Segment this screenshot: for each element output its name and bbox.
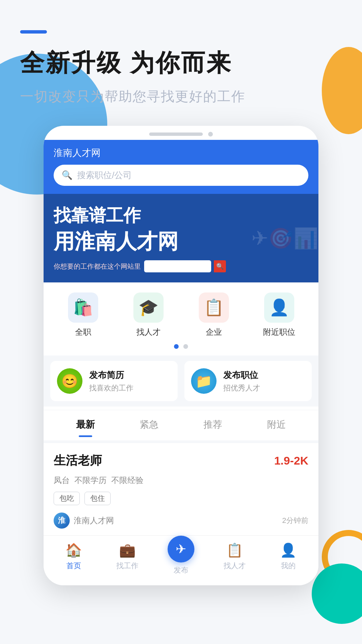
category-icon-zhaorencai: 🎓 — [133, 292, 164, 323]
job-card[interactable]: 生活老师 1.9-2K 凤台 不限学历 不限经验 包吃 包住 淮 淮南人才网 2… — [44, 440, 318, 535]
header-title: 全新升级 为你而来 — [20, 47, 342, 79]
job-tabs: 最新 紧急 推荐 附近 — [44, 410, 318, 437]
header-dash — [20, 30, 47, 34]
banner-line2: 用淮南人才网 — [54, 227, 178, 256]
job-title: 生活老师 — [54, 452, 102, 469]
banner-label: 你想要的工作都在这个网站里 — [54, 262, 141, 271]
job-post-time: 2分钟前 — [282, 516, 308, 526]
job-texts: 发布职位 招优秀人才 — [223, 369, 260, 393]
category-label-zhaorencai: 找人才 — [136, 327, 161, 337]
banner-decoration: ✈🎯📊 — [251, 194, 318, 282]
header-subtitle: 一切改变只为帮助您寻找更好的工作 — [20, 87, 342, 106]
dot-2[interactable] — [183, 344, 188, 349]
banner-search-icon[interactable]: 🔍 — [214, 260, 226, 272]
job-footer: 淮 淮南人才网 2分钟前 — [54, 513, 308, 529]
job-icon: 📁 — [191, 368, 217, 394]
job-tag-location: 凤台 — [54, 475, 70, 486]
nav-item-profile[interactable]: 👤 我的 — [268, 542, 308, 575]
search-placeholder: 搜索职位/公司 — [77, 169, 132, 181]
resume-texts: 发布简历 找喜欢的工作 — [89, 369, 133, 393]
phone-notch — [44, 126, 318, 140]
job-salary: 1.9-2K — [274, 454, 308, 467]
job-badge-eat: 包吃 — [54, 492, 80, 505]
tab-fujin[interactable]: 附近 — [245, 410, 308, 437]
publish-icon: ✈ — [168, 536, 194, 562]
action-card-resume[interactable]: 😊 发布简历 找喜欢的工作 — [50, 361, 178, 401]
tab-jinji[interactable]: 紧急 — [117, 410, 181, 437]
nav-label-publish: 发布 — [174, 565, 188, 575]
nav-item-talent[interactable]: 📋 找人才 — [215, 542, 255, 575]
action-card-job[interactable]: 📁 发布职位 招优秀人才 — [184, 361, 312, 401]
category-icon-quanzhi: 🛍️ — [68, 292, 98, 323]
home-icon: 🏠 — [65, 542, 82, 558]
dot-1[interactable] — [174, 344, 179, 349]
notch-dot — [208, 132, 213, 137]
job-card-top: 生活老师 1.9-2K — [54, 452, 308, 469]
profile-icon: 👤 — [280, 542, 297, 558]
carousel-dots — [44, 341, 318, 356]
bottom-navigation: 🏠 首页 💼 找工作 ✈ 发布 📋 找人才 👤 我的 — [44, 535, 318, 585]
banner-search-box[interactable] — [144, 260, 211, 272]
job-post-title: 发布职位 — [223, 369, 260, 381]
resume-title: 发布简历 — [89, 369, 133, 381]
category-item-qiye[interactable]: 📋 企业 — [190, 292, 237, 337]
job-badge-live: 包住 — [84, 492, 111, 505]
category-icon-qiye: 📋 — [199, 292, 229, 323]
banner-search-row: 你想要的工作都在这个网站里 🔍 — [54, 260, 226, 272]
job-company-row: 淮 淮南人才网 — [54, 513, 114, 529]
job-tags: 凤台 不限学历 不限经验 — [54, 475, 308, 486]
tab-underline — [79, 435, 92, 437]
search-bar[interactable]: 🔍 搜索职位/公司 — [54, 165, 308, 186]
tab-tuijian[interactable]: 推荐 — [181, 410, 245, 437]
company-name: 淮南人才网 — [74, 515, 114, 526]
category-item-zhaorencai[interactable]: 🎓 找人才 — [125, 292, 172, 337]
category-icon-fujin: 👤 — [264, 292, 294, 323]
job-post-subtitle: 招优秀人才 — [223, 383, 260, 393]
job-badges: 包吃 包住 — [54, 492, 308, 505]
nav-item-publish[interactable]: ✈ 发布 — [161, 542, 201, 575]
category-grid: 🛍️ 全职 🎓 找人才 📋 企业 👤 附近职位 — [44, 282, 318, 341]
bg-decoration-teal-circle — [312, 564, 362, 624]
notch-bar — [149, 132, 203, 136]
app-banner: 找靠谱工作 用淮南人才网 你想要的工作都在这个网站里 🔍 ✈🎯📊 — [44, 194, 318, 282]
job-tag-experience: 不限经验 — [111, 475, 143, 486]
company-logo: 淮 — [54, 513, 70, 529]
job-tag-education: 不限学历 — [74, 475, 107, 486]
header-section: 全新升级 为你而来 一切改变只为帮助您寻找更好的工作 — [0, 0, 362, 106]
app-topbar: 淮南人才网 🔍 搜索职位/公司 — [44, 140, 318, 194]
category-label-qiye: 企业 — [206, 327, 222, 337]
nav-item-home[interactable]: 🏠 首页 — [54, 542, 94, 575]
nav-label-profile: 我的 — [281, 561, 296, 571]
talent-icon: 📋 — [226, 542, 243, 558]
resume-icon: 😊 — [57, 368, 82, 394]
tab-zuixin[interactable]: 最新 — [54, 410, 117, 437]
jobs-icon: 💼 — [119, 542, 136, 558]
app-topbar-title: 淮南人才网 — [54, 147, 308, 159]
phone-mockup: 淮南人才网 🔍 搜索职位/公司 找靠谱工作 用淮南人才网 你想要的工作都在这个网… — [44, 126, 318, 585]
category-item-fujin[interactable]: 👤 附近职位 — [256, 292, 303, 337]
resume-subtitle: 找喜欢的工作 — [89, 383, 133, 393]
nav-label-home: 首页 — [66, 561, 81, 571]
nav-item-jobs[interactable]: 💼 找工作 — [107, 542, 147, 575]
category-label-fujin: 附近职位 — [263, 327, 295, 337]
search-icon: 🔍 — [62, 170, 72, 180]
category-label-quanzhi: 全职 — [75, 327, 91, 337]
action-cards: 😊 发布简历 找喜欢的工作 📁 发布职位 招优秀人才 — [44, 356, 318, 407]
nav-label-talent: 找人才 — [224, 561, 246, 571]
category-item-quanzhi[interactable]: 🛍️ 全职 — [60, 292, 107, 337]
banner-line1: 找靠谱工作 — [54, 204, 141, 227]
nav-label-jobs: 找工作 — [116, 561, 138, 571]
